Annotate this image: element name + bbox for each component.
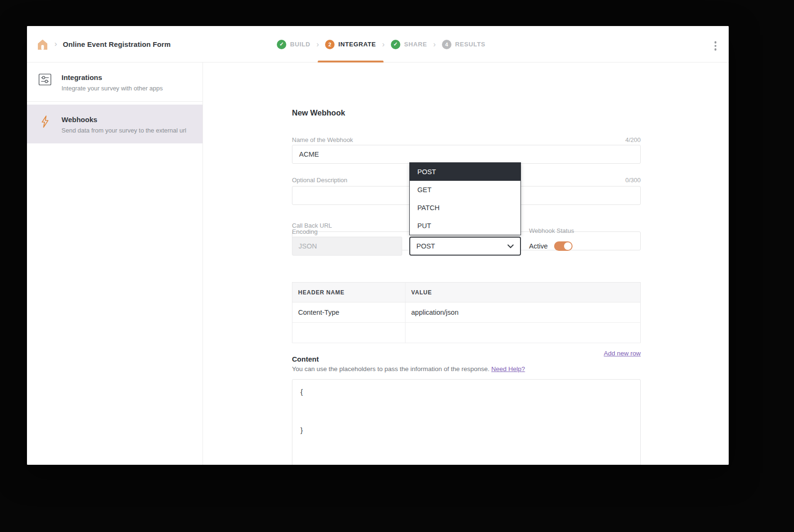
breadcrumb-chevron-icon: › [54, 40, 57, 48]
step-number-badge: 2 [325, 40, 335, 49]
content-json-textarea[interactable]: { } [292, 379, 641, 465]
table-row [292, 323, 641, 343]
step-chevron-icon: › [317, 41, 319, 48]
content-title: Content [292, 355, 319, 363]
method-select-value: POST [416, 242, 435, 250]
webhook-name-input[interactable] [292, 145, 641, 164]
step-share[interactable]: ✓ SHARE [391, 26, 427, 62]
need-help-link[interactable]: Need Help? [491, 365, 525, 372]
description-label: Optional Description [292, 177, 347, 184]
header-name-cell[interactable] [292, 323, 406, 343]
step-number-badge: 4 [442, 40, 451, 49]
description-char-counter: 0/300 [625, 177, 641, 184]
chevron-down-icon [507, 244, 514, 248]
dropdown-option-post[interactable]: POST [410, 163, 521, 181]
header-name-cell[interactable]: Content-Type [292, 302, 406, 323]
step-build[interactable]: ✓ BUILD [277, 26, 310, 62]
status-toggle[interactable] [554, 241, 573, 251]
header-value-cell[interactable] [406, 323, 641, 343]
check-circle-icon: ✓ [277, 40, 286, 49]
step-integrate[interactable]: 2 INTEGRATE [325, 26, 376, 62]
name-label: Name of the Webhook [292, 136, 353, 143]
sidebar-item-subtitle: Integrate your survey with other apps [62, 85, 163, 92]
app-window: › Online Event Registration Form ✓ BUILD… [27, 26, 729, 465]
page-title: New Webhook [292, 108, 345, 117]
lightning-icon [38, 115, 52, 129]
top-header: › Online Event Registration Form ✓ BUILD… [27, 26, 729, 62]
table-header-row: HEADER NAME VALUE [292, 283, 641, 302]
column-header: VALUE [406, 283, 641, 302]
name-char-counter: 4/200 [625, 136, 641, 143]
encoding-field-disabled: JSON [292, 237, 402, 256]
step-results[interactable]: 4 RESULTS [442, 26, 485, 62]
survey-title: Online Event Registration Form [63, 40, 171, 48]
method-select[interactable]: POST [409, 237, 521, 256]
webhook-form: New Webhook Name of the Webhook 4/200 Op… [292, 62, 641, 465]
sidebar-item-subtitle: Send data from your survey to the extern… [62, 127, 186, 134]
header-value-cell[interactable]: application/json [406, 302, 641, 323]
sidebar-item-title: Integrations [62, 73, 163, 81]
check-circle-icon: ✓ [391, 40, 400, 49]
more-options-icon[interactable] [714, 40, 718, 52]
step-chevron-icon: › [382, 41, 385, 48]
encoding-label: Encoding [292, 228, 318, 235]
status-value: Active [529, 242, 548, 250]
content-helper-text: You can use the placeholders to pass the… [292, 365, 490, 372]
main-panel: New Webhook Name of the Webhook 4/200 Op… [203, 62, 729, 465]
dropdown-option-put[interactable]: PUT [410, 217, 521, 235]
dropdown-option-get[interactable]: GET [410, 181, 521, 199]
step-chevron-icon: › [433, 41, 435, 48]
sidebar-item-webhooks[interactable]: Webhooks Send data from your survey to t… [27, 105, 203, 143]
sidebar-item-title: Webhooks [62, 115, 186, 124]
sliders-icon [38, 72, 52, 87]
table-row: Content-Type application/json [292, 302, 641, 323]
webhook-status-group: Webhook Status Active [529, 227, 574, 252]
custom-header-table: HEADER NAME VALUE Content-Type applicati… [292, 282, 641, 343]
dropdown-option-patch[interactable]: PATCH [410, 199, 521, 217]
home-icon[interactable] [36, 38, 49, 51]
toggle-knob [564, 242, 572, 250]
webhook-status-label: Webhook Status [529, 227, 574, 234]
wizard-steps: ✓ BUILD › 2 INTEGRATE › ✓ SHARE › 4 RESU… [277, 26, 485, 62]
sidebar-item-integrations[interactable]: Integrations Integrate your survey with … [27, 62, 203, 102]
breadcrumb: › Online Event Registration Form [36, 26, 171, 62]
method-dropdown: POST GET PATCH PUT [409, 162, 521, 235]
integrations-sidebar: Integrations Integrate your survey with … [27, 62, 203, 465]
column-header: HEADER NAME [292, 283, 406, 302]
